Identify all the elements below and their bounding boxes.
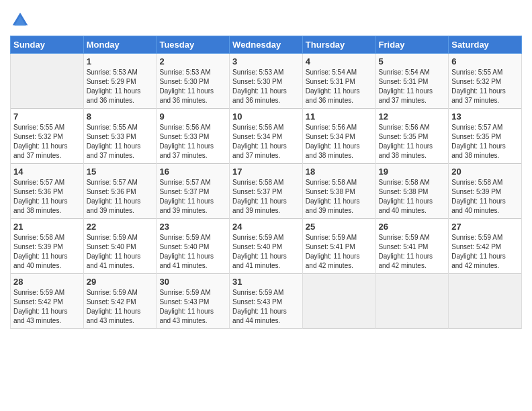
- logo-icon: [10, 10, 30, 30]
- calendar-cell: 31Sunrise: 5:59 AMSunset: 5:43 PMDayligh…: [230, 274, 303, 329]
- day-info: Sunrise: 5:58 AMSunset: 5:37 PMDaylight:…: [232, 178, 300, 216]
- day-info: Sunrise: 5:54 AMSunset: 5:31 PMDaylight:…: [379, 68, 446, 105]
- day-info: Sunrise: 5:53 AMSunset: 5:29 PMDaylight:…: [87, 68, 154, 105]
- day-number: 16: [159, 167, 226, 177]
- day-info: Sunrise: 5:59 AMSunset: 5:41 PMDaylight:…: [379, 233, 446, 271]
- calendar-cell: 20Sunrise: 5:58 AMSunset: 5:39 PMDayligh…: [449, 164, 522, 219]
- day-info: Sunrise: 5:59 AMSunset: 5:40 PMDaylight:…: [159, 233, 226, 271]
- day-number: 29: [87, 277, 154, 287]
- day-number: 4: [306, 56, 373, 66]
- day-number: 28: [13, 277, 81, 287]
- day-number: 22: [87, 222, 154, 232]
- calendar-cell: 30Sunrise: 5:59 AMSunset: 5:43 PMDayligh…: [157, 274, 230, 329]
- day-number: 13: [451, 111, 519, 122]
- calendar-cell: 1Sunrise: 5:53 AMSunset: 5:29 PMDaylight…: [83, 54, 157, 109]
- day-info: Sunrise: 5:59 AMSunset: 5:42 PMDaylight:…: [13, 288, 81, 326]
- day-number: 8: [87, 111, 154, 122]
- day-info: Sunrise: 5:58 AMSunset: 5:38 PMDaylight:…: [306, 178, 373, 216]
- header: [10, 7, 522, 30]
- calendar-cell: 2Sunrise: 5:53 AMSunset: 5:30 PMDaylight…: [157, 54, 230, 109]
- day-info: Sunrise: 5:57 AMSunset: 5:35 PMDaylight:…: [451, 123, 519, 161]
- day-info: Sunrise: 5:57 AMSunset: 5:36 PMDaylight:…: [87, 178, 154, 216]
- day-number: 25: [306, 222, 373, 232]
- calendar-cell: 7Sunrise: 5:55 AMSunset: 5:32 PMDaylight…: [11, 109, 84, 164]
- day-info: Sunrise: 5:59 AMSunset: 5:40 PMDaylight:…: [232, 233, 300, 271]
- day-info: Sunrise: 5:59 AMSunset: 5:43 PMDaylight:…: [159, 288, 226, 326]
- calendar-week-3: 14Sunrise: 5:57 AMSunset: 5:36 PMDayligh…: [11, 164, 522, 219]
- header-day-monday: Monday: [83, 36, 157, 54]
- day-number: 1: [87, 56, 154, 66]
- day-info: Sunrise: 5:58 AMSunset: 5:39 PMDaylight:…: [451, 178, 519, 216]
- calendar-cell: 10Sunrise: 5:56 AMSunset: 5:34 PMDayligh…: [230, 109, 303, 164]
- calendar-cell: 27Sunrise: 5:59 AMSunset: 5:42 PMDayligh…: [449, 219, 522, 274]
- calendar-week-2: 7Sunrise: 5:55 AMSunset: 5:32 PMDaylight…: [11, 109, 522, 164]
- day-number: 20: [451, 167, 519, 177]
- day-info: Sunrise: 5:55 AMSunset: 5:32 PMDaylight:…: [451, 68, 519, 105]
- day-number: 11: [306, 111, 373, 122]
- calendar-cell: 16Sunrise: 5:57 AMSunset: 5:37 PMDayligh…: [157, 164, 230, 219]
- day-number: 14: [13, 167, 81, 177]
- header-day-tuesday: Tuesday: [157, 36, 230, 54]
- calendar-cell: 6Sunrise: 5:55 AMSunset: 5:32 PMDaylight…: [449, 54, 522, 109]
- calendar-cell: 23Sunrise: 5:59 AMSunset: 5:40 PMDayligh…: [157, 219, 230, 274]
- day-number: 10: [232, 111, 300, 122]
- day-number: 7: [13, 111, 81, 122]
- calendar-cell: [375, 274, 449, 329]
- day-info: Sunrise: 5:58 AMSunset: 5:39 PMDaylight:…: [13, 233, 81, 271]
- day-number: 30: [159, 277, 226, 287]
- day-info: Sunrise: 5:56 AMSunset: 5:34 PMDaylight:…: [306, 123, 373, 161]
- day-number: 26: [379, 222, 446, 232]
- day-info: Sunrise: 5:55 AMSunset: 5:32 PMDaylight:…: [13, 123, 81, 161]
- day-number: 19: [379, 167, 446, 177]
- calendar-table: SundayMondayTuesdayWednesdayThursdayFrid…: [10, 36, 522, 329]
- calendar-cell: 13Sunrise: 5:57 AMSunset: 5:35 PMDayligh…: [449, 109, 522, 164]
- calendar-cell: 26Sunrise: 5:59 AMSunset: 5:41 PMDayligh…: [375, 219, 449, 274]
- day-info: Sunrise: 5:56 AMSunset: 5:35 PMDaylight:…: [379, 123, 446, 161]
- calendar-header-row: SundayMondayTuesdayWednesdayThursdayFrid…: [11, 36, 522, 54]
- calendar-cell: 22Sunrise: 5:59 AMSunset: 5:40 PMDayligh…: [83, 219, 157, 274]
- calendar-cell: 24Sunrise: 5:59 AMSunset: 5:40 PMDayligh…: [230, 219, 303, 274]
- calendar-cell: 28Sunrise: 5:59 AMSunset: 5:42 PMDayligh…: [11, 274, 84, 329]
- calendar-cell: 15Sunrise: 5:57 AMSunset: 5:36 PMDayligh…: [83, 164, 157, 219]
- day-number: 17: [232, 167, 300, 177]
- day-info: Sunrise: 5:59 AMSunset: 5:42 PMDaylight:…: [87, 288, 154, 326]
- header-day-sunday: Sunday: [11, 36, 84, 54]
- header-day-thursday: Thursday: [302, 36, 375, 54]
- day-info: Sunrise: 5:53 AMSunset: 5:30 PMDaylight:…: [159, 68, 226, 105]
- day-number: 15: [87, 167, 154, 177]
- day-number: 24: [232, 222, 300, 232]
- day-number: 18: [306, 167, 373, 177]
- calendar-cell: 9Sunrise: 5:56 AMSunset: 5:33 PMDaylight…: [157, 109, 230, 164]
- header-day-friday: Friday: [375, 36, 449, 54]
- day-number: 12: [379, 111, 446, 122]
- day-number: 9: [159, 111, 226, 122]
- day-number: 3: [232, 56, 300, 66]
- calendar-cell: 18Sunrise: 5:58 AMSunset: 5:38 PMDayligh…: [302, 164, 375, 219]
- calendar-cell: 11Sunrise: 5:56 AMSunset: 5:34 PMDayligh…: [302, 109, 375, 164]
- calendar-week-4: 21Sunrise: 5:58 AMSunset: 5:39 PMDayligh…: [11, 219, 522, 274]
- day-info: Sunrise: 5:55 AMSunset: 5:33 PMDaylight:…: [87, 123, 154, 161]
- header-day-saturday: Saturday: [449, 36, 522, 54]
- day-info: Sunrise: 5:56 AMSunset: 5:34 PMDaylight:…: [232, 123, 300, 161]
- calendar-cell: 4Sunrise: 5:54 AMSunset: 5:31 PMDaylight…: [302, 54, 375, 109]
- calendar-week-5: 28Sunrise: 5:59 AMSunset: 5:42 PMDayligh…: [11, 274, 522, 329]
- day-info: Sunrise: 5:58 AMSunset: 5:38 PMDaylight:…: [379, 178, 446, 216]
- day-number: 31: [232, 277, 300, 287]
- calendar-cell: 12Sunrise: 5:56 AMSunset: 5:35 PMDayligh…: [375, 109, 449, 164]
- calendar-cell: 25Sunrise: 5:59 AMSunset: 5:41 PMDayligh…: [302, 219, 375, 274]
- calendar-cell: [302, 274, 375, 329]
- calendar-cell: 17Sunrise: 5:58 AMSunset: 5:37 PMDayligh…: [230, 164, 303, 219]
- day-info: Sunrise: 5:59 AMSunset: 5:41 PMDaylight:…: [306, 233, 373, 271]
- day-number: 5: [379, 56, 446, 66]
- day-number: 27: [451, 222, 519, 232]
- calendar-cell: 14Sunrise: 5:57 AMSunset: 5:36 PMDayligh…: [11, 164, 84, 219]
- calendar-cell: 3Sunrise: 5:53 AMSunset: 5:30 PMDaylight…: [230, 54, 303, 109]
- day-number: 23: [159, 222, 226, 232]
- day-info: Sunrise: 5:59 AMSunset: 5:43 PMDaylight:…: [232, 288, 300, 326]
- day-number: 6: [451, 56, 519, 66]
- calendar-cell: 5Sunrise: 5:54 AMSunset: 5:31 PMDaylight…: [375, 54, 449, 109]
- calendar-week-1: 1Sunrise: 5:53 AMSunset: 5:29 PMDaylight…: [11, 54, 522, 109]
- calendar-cell: 29Sunrise: 5:59 AMSunset: 5:42 PMDayligh…: [83, 274, 157, 329]
- day-info: Sunrise: 5:54 AMSunset: 5:31 PMDaylight:…: [306, 68, 373, 105]
- logo: [10, 10, 33, 30]
